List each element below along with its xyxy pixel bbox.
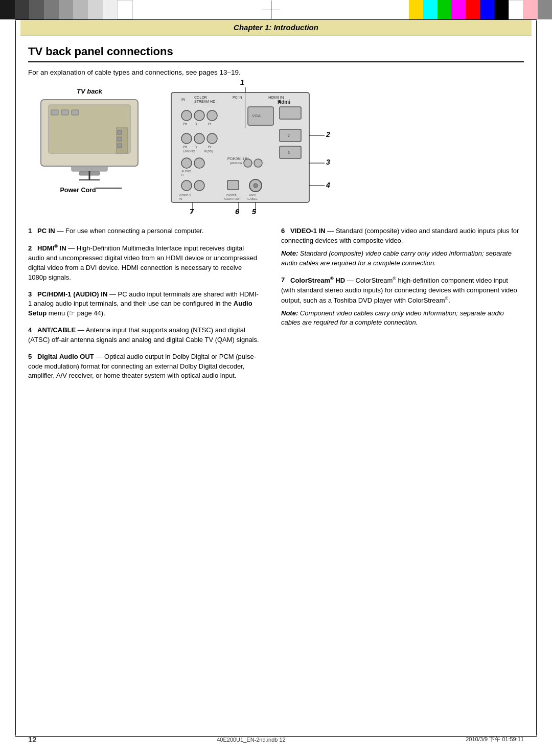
top-color-bar [0,0,552,19]
connector-panel-outer: 1 IN COLOR STREAM HD PC IN HDMI IN Hdmi … [166,87,340,217]
svg-rect-6 [118,130,122,134]
grayscale-strip [0,0,133,19]
svg-text:1: 1 [279,99,281,104]
svg-text:7: 7 [190,208,194,215]
svg-text:IN: IN [179,197,182,200]
right-column: 6 VIDEO-1 IN — Standard (composite) vide… [276,223,524,384]
svg-text:4: 4 [326,181,330,189]
svg-rect-54 [227,180,239,190]
svg-point-51 [254,159,262,167]
svg-text:Pr: Pr [208,122,212,126]
color-swatch [29,0,44,19]
svg-text:IN: IN [181,98,185,101]
color-swatch [423,0,438,19]
svg-rect-8 [118,144,122,148]
desc-item-1: 1 PC IN — For use when connecting a pers… [28,223,266,240]
svg-text:3: 3 [326,158,330,166]
svg-text:PC IN: PC IN [233,96,242,99]
svg-text:Pb: Pb [183,122,187,126]
desc-item-3: 3 PC/HDMI-1 (AUDIO) IN — PC audio input … [28,286,266,323]
power-cord-line-icon [96,186,122,191]
color-swatch [538,0,552,19]
page-border-left [15,20,16,736]
color-swatch [73,0,88,19]
svg-text:R: R [181,173,184,176]
svg-rect-9 [72,166,107,171]
color-swatch [15,0,30,19]
page-content: TV back panel connections For an explana… [28,36,524,384]
svg-rect-2 [51,110,58,115]
page-footer: 12 40E200U1_EN-2nd.indb 12 2010/3/9 下午 0… [0,735,552,744]
footer-left: 40E200U1_EN-2nd.indb 12 [217,737,286,743]
color-swatch [103,0,118,19]
crosshair-icon [262,1,280,19]
svg-text:Pr: Pr [208,145,212,149]
svg-point-25 [207,110,217,121]
svg-point-44 [181,158,192,168]
svg-text:VGA: VGA [252,113,261,118]
color-swatch [44,0,59,19]
color-swatch [438,0,452,19]
footer-right: 2010/3/9 下午 01:59:11 [466,736,524,743]
svg-text:Pb: Pb [183,145,187,149]
color-swatch [509,0,524,19]
diagram-area: TV back [28,87,524,217]
color-swatch [480,0,494,19]
svg-text:COLOR: COLOR [194,96,207,99]
left-column: 1 PC IN — For use when connecting a pers… [28,223,276,384]
desc-item-6: 6 VIDEO-1 IN — Standard (composite) vide… [281,223,524,271]
svg-point-34 [207,133,217,144]
svg-text:R(SD): R(SD) [204,150,213,153]
svg-text:AUDIO: AUDIO [181,170,191,173]
section-title: TV back panel connections [28,45,524,62]
color-swatch [494,0,509,19]
tv-back-section: TV back [28,87,151,194]
svg-point-24 [194,110,204,121]
svg-text:Y: Y [195,122,198,126]
svg-point-50 [244,159,252,167]
tv-back-illustration [36,97,143,181]
svg-rect-4 [72,110,79,115]
svg-point-33 [194,133,204,144]
svg-text:CABLE: CABLE [247,197,258,200]
svg-rect-3 [61,110,68,115]
svg-point-52 [181,180,192,191]
svg-rect-42 [280,146,301,158]
svg-rect-40 [280,129,301,142]
color-swatch [0,0,15,19]
intro-text: For an explanation of cable types and co… [28,68,524,76]
desc-item-4: 4 ANT/CABLE — Antenna input that support… [28,322,266,349]
callout-1: 1 [240,78,244,86]
svg-text:6: 6 [235,208,239,215]
color-swatch [117,0,133,19]
power-cord-row: Power Cord [60,182,121,194]
color-swatch [409,0,423,19]
svg-point-23 [181,110,192,121]
svg-point-53 [194,180,204,191]
color-swatch [59,0,74,19]
svg-rect-7 [118,137,122,141]
svg-text:5: 5 [252,208,256,215]
svg-text:AUDIO OUT: AUDIO OUT [224,197,241,200]
svg-text:VIDEO 1: VIDEO 1 [179,194,191,197]
page-border-right [536,20,537,736]
svg-text:L/MONO: L/MONO [183,150,195,153]
desc-item-7: 7 ColorStream® HD — ColorStream® high-de… [281,271,524,331]
desc-item-2: 2 HDMI® IN — High-Definition Multimedia … [28,240,266,286]
svg-text:(AUDIO): (AUDIO) [230,162,242,165]
page-border-top [15,19,537,20]
color-swatch [523,0,538,19]
color-swatch [451,0,466,19]
descriptions-grid: 1 PC IN — For use when connecting a pers… [28,223,524,384]
svg-text:DIGITAL: DIGITAL [226,194,239,197]
chapter-banner: Chapter 1: Introduction [20,19,532,36]
color-swatch [88,0,103,19]
tv-back-label: TV back [77,87,102,95]
color-strip [409,0,552,19]
svg-text:2: 2 [288,134,290,138]
svg-text:Y: Y [195,145,198,149]
top-mid-crosshair [133,0,409,19]
svg-text:STREAM HD: STREAM HD [194,100,215,103]
power-cord-label: Power Cord [60,187,96,194]
chapter-label: Chapter 1: Introduction [234,23,318,32]
